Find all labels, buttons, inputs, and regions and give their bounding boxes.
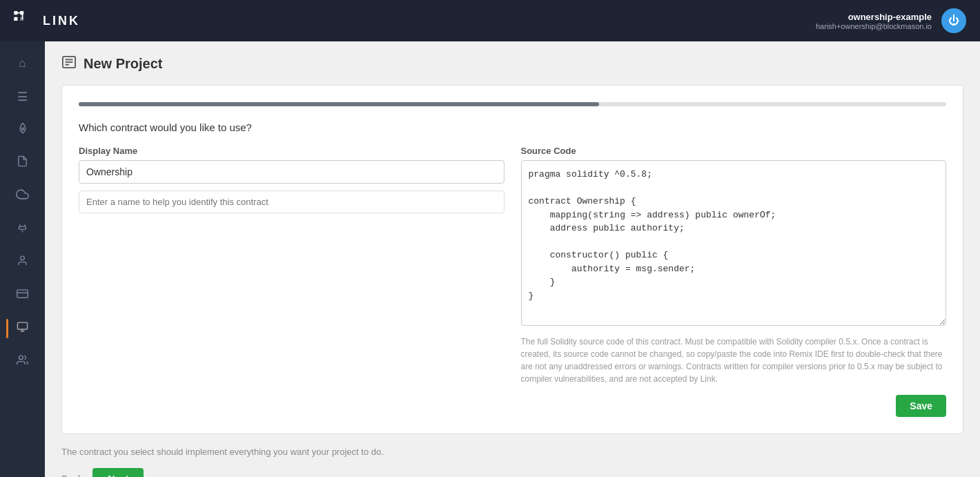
source-code-textarea[interactable]: pragma solidity ^0.5.8; contract Ownersh… — [521, 160, 947, 326]
logo: LINK — [14, 11, 80, 30]
main-content: New Project Which contract would you lik… — [45, 41, 980, 477]
display-name-label: Display Name — [79, 146, 504, 156]
right-col: Source Code pragma solidity ^0.5.8; cont… — [521, 146, 947, 385]
rocket-icon — [17, 122, 29, 138]
power-button[interactable]: ⏻ — [941, 8, 966, 33]
project-card: Which contract would you like to use? Di… — [61, 85, 963, 434]
source-code-label: Source Code — [521, 146, 947, 156]
sidebar-item-rocket[interactable] — [6, 115, 39, 145]
two-col-layout: Display Name Source Code pragma solidity… — [79, 146, 946, 385]
footer-info: The contract you select should implement… — [61, 447, 963, 457]
svg-rect-6 — [17, 290, 28, 298]
plug-icon — [17, 222, 28, 237]
next-button[interactable]: Next — [92, 468, 144, 477]
home-icon: ⌂ — [19, 57, 26, 70]
sidebar-item-user[interactable] — [6, 247, 39, 278]
cloud-icon — [16, 188, 29, 204]
list-icon: ☰ — [17, 90, 28, 104]
sidebar-item-list[interactable]: ☰ — [6, 81, 39, 112]
back-button[interactable]: Back — [61, 474, 83, 477]
save-button[interactable]: Save — [896, 395, 946, 417]
page-title: New Project — [84, 56, 162, 72]
user-info: ownership-example harish+ownership@block… — [816, 12, 932, 30]
svg-rect-8 — [17, 322, 27, 329]
contract-name-helper-input[interactable] — [79, 191, 504, 213]
user-email: harish+ownership@blockmason.io — [816, 22, 932, 30]
sidebar-item-screen[interactable] — [6, 313, 39, 344]
logo-icon — [14, 11, 36, 30]
sidebar-item-billing[interactable] — [6, 280, 39, 311]
sidebar: ⌂ ☰ — [0, 41, 45, 477]
progress-bar-container — [79, 102, 946, 106]
screen-icon — [17, 321, 28, 336]
group-icon — [16, 354, 29, 369]
progress-bar-fill — [79, 102, 599, 106]
sidebar-item-cloud[interactable] — [6, 181, 39, 211]
sidebar-item-group[interactable] — [6, 347, 39, 377]
svg-point-4 — [21, 128, 23, 130]
svg-rect-1 — [14, 17, 17, 21]
topnav-right: ownership-example harish+ownership@block… — [816, 8, 966, 33]
page-title-row: New Project — [61, 55, 963, 72]
sidebar-item-file[interactable] — [6, 148, 39, 178]
main-layout: ⌂ ☰ — [0, 41, 980, 477]
sidebar-item-plug[interactable] — [6, 214, 39, 244]
svg-point-5 — [21, 256, 25, 260]
billing-icon — [17, 288, 28, 303]
topnav: LINK ownership-example harish+ownership@… — [0, 0, 980, 41]
left-col: Display Name — [79, 146, 504, 385]
logo-text: LINK — [43, 14, 80, 28]
source-code-hint: The full Solidity source code of this co… — [521, 335, 947, 385]
svg-point-11 — [19, 356, 23, 360]
page-title-icon — [61, 55, 77, 72]
sidebar-item-home[interactable]: ⌂ — [6, 48, 39, 79]
file-icon — [17, 155, 28, 171]
username: ownership-example — [816, 12, 932, 22]
save-button-row: Save — [79, 395, 946, 417]
user-icon — [17, 255, 28, 270]
form-question: Which contract would you like to use? — [79, 121, 946, 133]
footer-nav: Back Next — [61, 468, 963, 477]
display-name-input[interactable] — [79, 160, 504, 184]
